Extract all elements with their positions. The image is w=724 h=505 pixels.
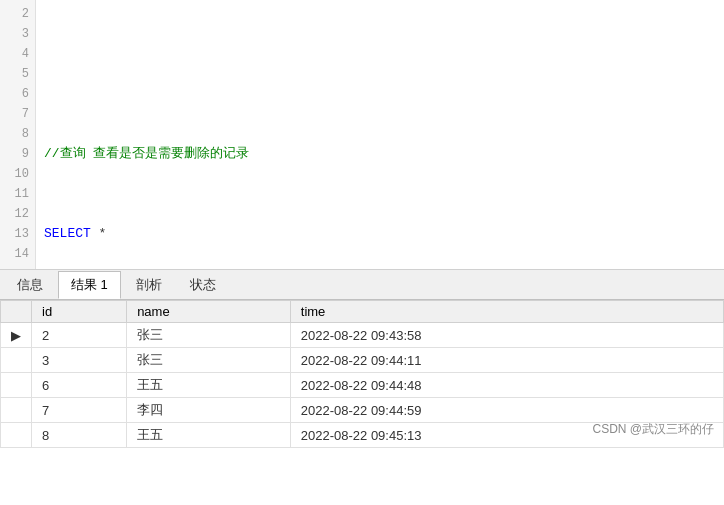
cell-id: 7 (32, 398, 127, 423)
code-line: //查询 查看是否是需要删除的记录 (44, 144, 716, 164)
tab-status[interactable]: 状态 (177, 271, 229, 299)
tab-profile[interactable]: 剖析 (123, 271, 175, 299)
cell-id: 8 (32, 423, 127, 448)
cell-time: 2022-08-22 09:44:48 (290, 373, 723, 398)
cell-id: 6 (32, 373, 127, 398)
row-indicator (1, 423, 32, 448)
cell-time: 2022-08-22 09:44:11 (290, 348, 723, 373)
line-numbers: 2 3 4 5 6 7 8 9 10 11 12 13 14 (0, 0, 36, 269)
code-line (44, 64, 716, 84)
cell-id: 3 (32, 348, 127, 373)
row-indicator: ▶ (1, 323, 32, 348)
row-indicator (1, 373, 32, 398)
cell-name: 王五 (127, 423, 291, 448)
table-row[interactable]: 6 王五 2022-08-22 09:44:48 (1, 373, 724, 398)
col-id: id (32, 301, 127, 323)
indicator-header (1, 301, 32, 323)
cell-time: 2022-08-22 09:43:58 (290, 323, 723, 348)
bottom-section: 信息 结果 1 剖析 状态 id name time ▶ 2 张三 2022-0… (0, 270, 724, 448)
code-lines[interactable]: //查询 查看是否是需要删除的记录 SELECT * ⊟ FROM studen… (36, 0, 724, 269)
col-time: time (290, 301, 723, 323)
code-line: SELECT * (44, 224, 716, 244)
comment-text: //查询 查看是否是需要删除的记录 (44, 144, 249, 164)
code-editor[interactable]: 2 3 4 5 6 7 8 9 10 11 12 13 14 //查询 查看是否… (0, 0, 724, 270)
code-text: * (91, 224, 107, 244)
tab-info[interactable]: 信息 (4, 271, 56, 299)
table-row[interactable]: ▶ 2 张三 2022-08-22 09:43:58 (1, 323, 724, 348)
tab-results[interactable]: 结果 1 (58, 271, 121, 299)
cell-time: 2022-08-22 09:44:59 (290, 398, 723, 423)
table-row[interactable]: 7 李四 2022-08-22 09:44:59 (1, 398, 724, 423)
cell-name: 王五 (127, 373, 291, 398)
keyword: SELECT (44, 224, 91, 244)
table-row[interactable]: 3 张三 2022-08-22 09:44:11 (1, 348, 724, 373)
cell-name: 李四 (127, 398, 291, 423)
row-indicator (1, 348, 32, 373)
row-indicator (1, 398, 32, 423)
table-header-row: id name time (1, 301, 724, 323)
cell-name: 张三 (127, 323, 291, 348)
col-name: name (127, 301, 291, 323)
cell-id: 2 (32, 323, 127, 348)
cell-name: 张三 (127, 348, 291, 373)
watermark: CSDN @武汉三环的仔 (592, 421, 714, 438)
tabs-bar: 信息 结果 1 剖析 状态 (0, 270, 724, 300)
